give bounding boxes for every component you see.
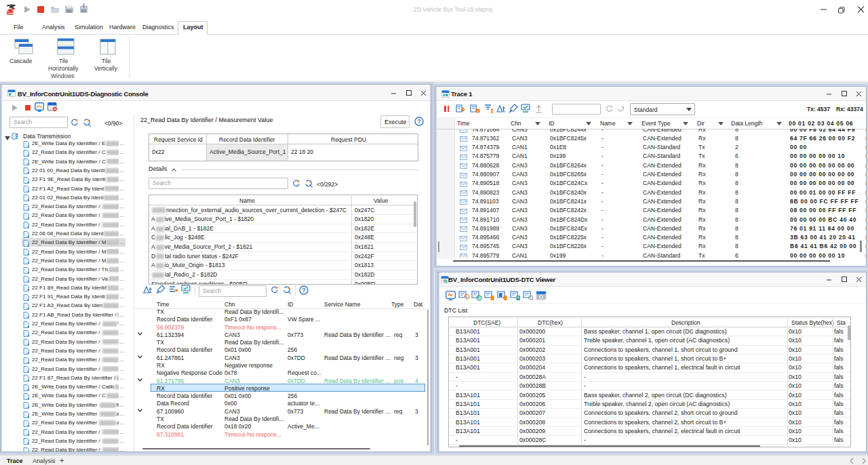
svg-text:?: ? [417,118,421,125]
svg-text:?: ? [302,287,306,294]
